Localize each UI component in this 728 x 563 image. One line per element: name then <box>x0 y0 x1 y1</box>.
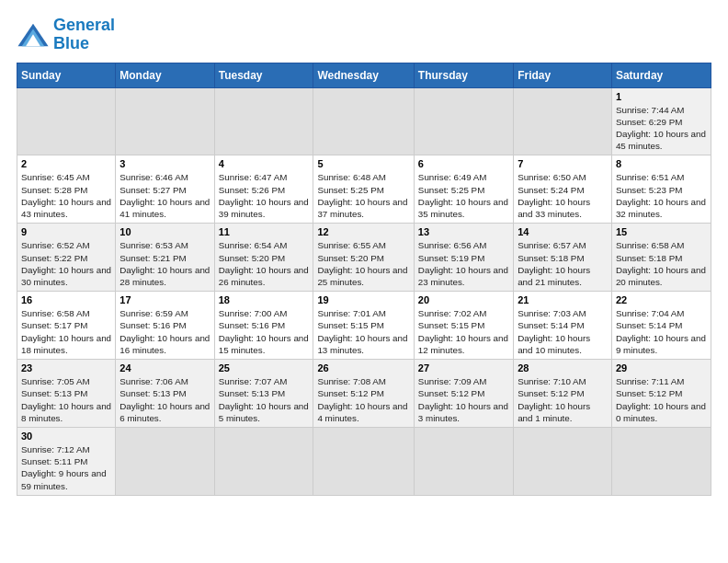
day-cell: 13Sunrise: 6:56 AM Sunset: 5:19 PM Dayli… <box>414 224 513 292</box>
day-cell: 14Sunrise: 6:57 AM Sunset: 5:18 PM Dayli… <box>514 224 612 292</box>
day-cell <box>313 87 414 155</box>
day-info: Sunrise: 6:51 AM Sunset: 5:23 PM Dayligh… <box>616 171 707 220</box>
day-info: Sunrise: 6:53 AM Sunset: 5:21 PM Dayligh… <box>119 239 210 288</box>
day-info: Sunrise: 6:49 AM Sunset: 5:25 PM Dayligh… <box>418 171 509 220</box>
weekday-thursday: Thursday <box>414 63 513 87</box>
logo: General Blue <box>17 17 115 53</box>
day-number: 28 <box>518 362 608 373</box>
day-cell: 7Sunrise: 6:50 AM Sunset: 5:24 PM Daylig… <box>514 155 612 224</box>
day-info: Sunrise: 6:46 AM Sunset: 5:27 PM Dayligh… <box>119 171 210 220</box>
day-number: 21 <box>518 294 608 305</box>
day-cell <box>414 427 513 495</box>
day-number: 25 <box>219 362 310 373</box>
weekday-tuesday: Tuesday <box>214 63 313 87</box>
day-number: 13 <box>418 226 509 237</box>
day-number: 5 <box>317 158 409 169</box>
week-row-1: 1Sunrise: 7:44 AM Sunset: 6:29 PM Daylig… <box>17 87 711 155</box>
week-row-2: 2Sunrise: 6:45 AM Sunset: 5:28 PM Daylig… <box>17 155 711 224</box>
day-number: 1 <box>616 91 707 102</box>
day-info: Sunrise: 6:47 AM Sunset: 5:26 PM Dayligh… <box>219 171 310 220</box>
day-cell: 1Sunrise: 7:44 AM Sunset: 6:29 PM Daylig… <box>611 87 711 155</box>
day-cell <box>116 87 214 155</box>
day-cell: 6Sunrise: 6:49 AM Sunset: 5:25 PM Daylig… <box>414 155 513 224</box>
generalblue-logo-icon <box>17 22 50 48</box>
day-cell: 30Sunrise: 7:12 AM Sunset: 5:11 PM Dayli… <box>17 427 116 495</box>
day-number: 22 <box>616 294 707 305</box>
day-cell: 20Sunrise: 7:02 AM Sunset: 5:15 PM Dayli… <box>414 292 513 360</box>
day-number: 4 <box>219 158 310 169</box>
week-row-6: 30Sunrise: 7:12 AM Sunset: 5:11 PM Dayli… <box>17 427 711 495</box>
weekday-saturday: Saturday <box>611 63 711 87</box>
calendar-table: SundayMondayTuesdayWednesdayThursdayFrid… <box>17 63 711 496</box>
day-cell <box>214 87 313 155</box>
header: General Blue <box>17 17 711 53</box>
day-cell: 4Sunrise: 6:47 AM Sunset: 5:26 PM Daylig… <box>214 155 313 224</box>
day-cell: 10Sunrise: 6:53 AM Sunset: 5:21 PM Dayli… <box>116 224 214 292</box>
day-info: Sunrise: 7:09 AM Sunset: 5:12 PM Dayligh… <box>418 375 509 424</box>
day-info: Sunrise: 7:02 AM Sunset: 5:15 PM Dayligh… <box>418 307 509 356</box>
day-number: 12 <box>317 226 409 237</box>
day-cell <box>17 87 116 155</box>
day-number: 3 <box>119 158 210 169</box>
weekday-header-row: SundayMondayTuesdayWednesdayThursdayFrid… <box>17 63 711 87</box>
day-cell: 27Sunrise: 7:09 AM Sunset: 5:12 PM Dayli… <box>414 360 513 428</box>
day-info: Sunrise: 6:59 AM Sunset: 5:16 PM Dayligh… <box>119 307 210 356</box>
day-cell <box>313 427 414 495</box>
day-cell: 26Sunrise: 7:08 AM Sunset: 5:12 PM Dayli… <box>313 360 414 428</box>
week-row-3: 9Sunrise: 6:52 AM Sunset: 5:22 PM Daylig… <box>17 224 711 292</box>
weekday-friday: Friday <box>514 63 612 87</box>
day-cell: 25Sunrise: 7:07 AM Sunset: 5:13 PM Dayli… <box>214 360 313 428</box>
day-info: Sunrise: 6:58 AM Sunset: 5:17 PM Dayligh… <box>21 307 111 356</box>
day-info: Sunrise: 7:08 AM Sunset: 5:12 PM Dayligh… <box>317 375 409 424</box>
day-number: 7 <box>518 158 608 169</box>
day-cell: 15Sunrise: 6:58 AM Sunset: 5:18 PM Dayli… <box>611 224 711 292</box>
day-cell: 21Sunrise: 7:03 AM Sunset: 5:14 PM Dayli… <box>514 292 612 360</box>
day-cell: 12Sunrise: 6:55 AM Sunset: 5:20 PM Dayli… <box>313 224 414 292</box>
day-number: 11 <box>219 226 310 237</box>
day-cell: 17Sunrise: 6:59 AM Sunset: 5:16 PM Dayli… <box>116 292 214 360</box>
day-info: Sunrise: 7:07 AM Sunset: 5:13 PM Dayligh… <box>219 375 310 424</box>
day-number: 24 <box>119 362 210 373</box>
day-info: Sunrise: 7:12 AM Sunset: 5:11 PM Dayligh… <box>21 443 111 492</box>
day-cell: 28Sunrise: 7:10 AM Sunset: 5:12 PM Dayli… <box>514 360 612 428</box>
day-cell <box>214 427 313 495</box>
day-info: Sunrise: 6:52 AM Sunset: 5:22 PM Dayligh… <box>21 239 111 288</box>
day-cell: 19Sunrise: 7:01 AM Sunset: 5:15 PM Dayli… <box>313 292 414 360</box>
day-info: Sunrise: 7:06 AM Sunset: 5:13 PM Dayligh… <box>119 375 210 424</box>
day-number: 18 <box>219 294 310 305</box>
day-cell <box>514 427 612 495</box>
day-info: Sunrise: 6:54 AM Sunset: 5:20 PM Dayligh… <box>219 239 310 288</box>
day-info: Sunrise: 7:05 AM Sunset: 5:13 PM Dayligh… <box>21 375 111 424</box>
week-row-5: 23Sunrise: 7:05 AM Sunset: 5:13 PM Dayli… <box>17 360 711 428</box>
day-number: 30 <box>21 431 111 442</box>
day-cell: 23Sunrise: 7:05 AM Sunset: 5:13 PM Dayli… <box>17 360 116 428</box>
day-info: Sunrise: 6:45 AM Sunset: 5:28 PM Dayligh… <box>21 171 111 220</box>
day-number: 2 <box>21 158 111 169</box>
day-cell: 24Sunrise: 7:06 AM Sunset: 5:13 PM Dayli… <box>116 360 214 428</box>
day-number: 27 <box>418 362 509 373</box>
day-cell: 2Sunrise: 6:45 AM Sunset: 5:28 PM Daylig… <box>17 155 116 224</box>
day-number: 29 <box>616 362 707 373</box>
day-cell: 3Sunrise: 6:46 AM Sunset: 5:27 PM Daylig… <box>116 155 214 224</box>
page: General Blue SundayMondayTuesdayWednesda… <box>0 0 728 563</box>
day-number: 10 <box>119 226 210 237</box>
weekday-wednesday: Wednesday <box>313 63 414 87</box>
day-cell: 9Sunrise: 6:52 AM Sunset: 5:22 PM Daylig… <box>17 224 116 292</box>
day-cell <box>414 87 513 155</box>
day-number: 17 <box>119 294 210 305</box>
logo-blue: Blue <box>53 34 89 52</box>
day-info: Sunrise: 6:58 AM Sunset: 5:18 PM Dayligh… <box>616 239 707 288</box>
day-number: 26 <box>317 362 409 373</box>
day-cell <box>514 87 612 155</box>
day-info: Sunrise: 7:01 AM Sunset: 5:15 PM Dayligh… <box>317 307 409 356</box>
day-number: 9 <box>21 226 111 237</box>
day-cell: 29Sunrise: 7:11 AM Sunset: 5:12 PM Dayli… <box>611 360 711 428</box>
week-row-4: 16Sunrise: 6:58 AM Sunset: 5:17 PM Dayli… <box>17 292 711 360</box>
day-number: 16 <box>21 294 111 305</box>
weekday-monday: Monday <box>116 63 214 87</box>
day-number: 14 <box>518 226 608 237</box>
logo-text: General Blue <box>53 17 115 53</box>
day-number: 6 <box>418 158 509 169</box>
weekday-sunday: Sunday <box>17 63 116 87</box>
logo-general: General <box>53 16 115 34</box>
